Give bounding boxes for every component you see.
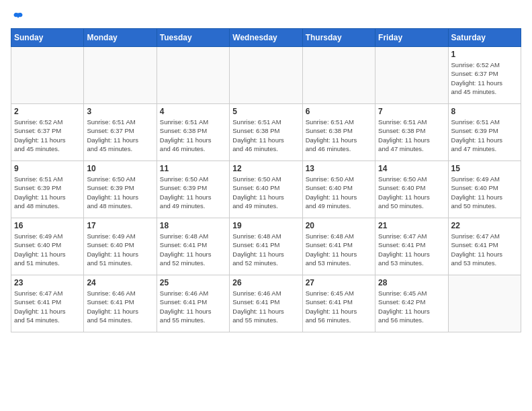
calendar-cell: 12Sunrise: 6:50 AM Sunset: 6:40 PM Dayli… [230, 161, 302, 218]
cell-info: Sunrise: 6:47 AM Sunset: 6:41 PM Dayligh… [14, 289, 81, 324]
column-header-monday: Monday [84, 29, 157, 47]
calendar-cell: 28Sunrise: 6:45 AM Sunset: 6:42 PM Dayli… [375, 275, 448, 332]
day-number: 14 [378, 164, 445, 173]
cell-info: Sunrise: 6:45 AM Sunset: 6:42 PM Dayligh… [378, 289, 445, 324]
day-number: 5 [232, 107, 299, 116]
week-row-5: 23Sunrise: 6:47 AM Sunset: 6:41 PM Dayli… [11, 275, 521, 332]
cell-info: Sunrise: 6:52 AM Sunset: 6:37 PM Dayligh… [14, 118, 81, 153]
cell-info: Sunrise: 6:45 AM Sunset: 6:41 PM Dayligh… [306, 289, 372, 324]
day-number: 16 [14, 221, 81, 230]
calendar-cell: 21Sunrise: 6:47 AM Sunset: 6:41 PM Dayli… [375, 218, 448, 275]
calendar-cell: 22Sunrise: 6:47 AM Sunset: 6:41 PM Dayli… [448, 218, 521, 275]
day-number: 26 [232, 278, 299, 287]
calendar-cell: 3Sunrise: 6:51 AM Sunset: 6:37 PM Daylig… [84, 104, 157, 161]
day-number: 12 [232, 164, 299, 173]
cell-info: Sunrise: 6:50 AM Sunset: 6:40 PM Dayligh… [378, 175, 445, 210]
logo [11, 11, 24, 23]
calendar-cell [375, 47, 448, 104]
calendar-cell: 9Sunrise: 6:51 AM Sunset: 6:39 PM Daylig… [11, 161, 84, 218]
calendar-table: SundayMondayTuesdayWednesdayThursdayFrid… [11, 28, 521, 332]
calendar-cell [302, 47, 375, 104]
day-number: 11 [160, 164, 226, 173]
day-number: 22 [451, 221, 518, 230]
cell-info: Sunrise: 6:51 AM Sunset: 6:39 PM Dayligh… [14, 175, 81, 210]
day-number: 19 [232, 221, 299, 230]
day-number: 2 [14, 107, 81, 116]
day-number: 23 [14, 278, 81, 287]
calendar-cell: 14Sunrise: 6:50 AM Sunset: 6:40 PM Dayli… [375, 161, 448, 218]
column-header-wednesday: Wednesday [230, 29, 302, 47]
page-header [11, 11, 521, 23]
calendar-cell [230, 47, 302, 104]
calendar-cell: 2Sunrise: 6:52 AM Sunset: 6:37 PM Daylig… [11, 104, 84, 161]
day-number: 4 [160, 107, 226, 116]
day-number: 13 [306, 164, 372, 173]
calendar-cell: 18Sunrise: 6:48 AM Sunset: 6:41 PM Dayli… [157, 218, 229, 275]
cell-info: Sunrise: 6:51 AM Sunset: 6:38 PM Dayligh… [232, 118, 299, 153]
logo-bird-icon [12, 11, 24, 23]
cell-info: Sunrise: 6:49 AM Sunset: 6:40 PM Dayligh… [87, 232, 153, 267]
day-number: 18 [160, 221, 226, 230]
cell-info: Sunrise: 6:50 AM Sunset: 6:40 PM Dayligh… [232, 175, 299, 210]
week-row-3: 9Sunrise: 6:51 AM Sunset: 6:39 PM Daylig… [11, 161, 521, 218]
week-row-2: 2Sunrise: 6:52 AM Sunset: 6:37 PM Daylig… [11, 104, 521, 161]
cell-info: Sunrise: 6:51 AM Sunset: 6:37 PM Dayligh… [87, 118, 153, 153]
day-number: 25 [160, 278, 226, 287]
calendar-cell: 19Sunrise: 6:48 AM Sunset: 6:41 PM Dayli… [230, 218, 302, 275]
day-number: 17 [87, 221, 153, 230]
calendar-cell [84, 47, 157, 104]
cell-info: Sunrise: 6:48 AM Sunset: 6:41 PM Dayligh… [232, 232, 299, 267]
cell-info: Sunrise: 6:52 AM Sunset: 6:37 PM Dayligh… [451, 60, 518, 96]
cell-info: Sunrise: 6:48 AM Sunset: 6:41 PM Dayligh… [306, 232, 372, 267]
calendar-cell: 13Sunrise: 6:50 AM Sunset: 6:40 PM Dayli… [302, 161, 375, 218]
cell-info: Sunrise: 6:48 AM Sunset: 6:41 PM Dayligh… [160, 232, 226, 267]
cell-info: Sunrise: 6:51 AM Sunset: 6:38 PM Dayligh… [160, 118, 226, 153]
column-header-tuesday: Tuesday [157, 29, 229, 47]
calendar-cell: 7Sunrise: 6:51 AM Sunset: 6:38 PM Daylig… [375, 104, 448, 161]
day-number: 6 [306, 107, 372, 116]
day-number: 20 [306, 221, 372, 230]
calendar-cell: 15Sunrise: 6:49 AM Sunset: 6:40 PM Dayli… [448, 161, 521, 218]
calendar-cell: 24Sunrise: 6:46 AM Sunset: 6:41 PM Dayli… [84, 275, 157, 332]
column-header-thursday: Thursday [302, 29, 375, 47]
cell-info: Sunrise: 6:50 AM Sunset: 6:39 PM Dayligh… [87, 175, 153, 210]
day-number: 28 [378, 278, 445, 287]
calendar-cell: 1Sunrise: 6:52 AM Sunset: 6:37 PM Daylig… [448, 47, 521, 104]
calendar-cell: 4Sunrise: 6:51 AM Sunset: 6:38 PM Daylig… [157, 104, 229, 161]
calendar-cell: 20Sunrise: 6:48 AM Sunset: 6:41 PM Dayli… [302, 218, 375, 275]
column-header-friday: Friday [375, 29, 448, 47]
cell-info: Sunrise: 6:51 AM Sunset: 6:38 PM Dayligh… [306, 118, 372, 153]
calendar-cell: 8Sunrise: 6:51 AM Sunset: 6:39 PM Daylig… [448, 104, 521, 161]
calendar-cell [157, 47, 229, 104]
cell-info: Sunrise: 6:47 AM Sunset: 6:41 PM Dayligh… [378, 232, 445, 267]
calendar-cell [448, 275, 521, 332]
calendar-cell: 17Sunrise: 6:49 AM Sunset: 6:40 PM Dayli… [84, 218, 157, 275]
cell-info: Sunrise: 6:49 AM Sunset: 6:40 PM Dayligh… [14, 232, 81, 267]
calendar-cell: 5Sunrise: 6:51 AM Sunset: 6:38 PM Daylig… [230, 104, 302, 161]
cell-info: Sunrise: 6:49 AM Sunset: 6:40 PM Dayligh… [451, 175, 518, 210]
calendar-cell: 6Sunrise: 6:51 AM Sunset: 6:38 PM Daylig… [302, 104, 375, 161]
calendar-cell: 11Sunrise: 6:50 AM Sunset: 6:39 PM Dayli… [157, 161, 229, 218]
day-number: 8 [451, 107, 518, 116]
week-row-1: 1Sunrise: 6:52 AM Sunset: 6:37 PM Daylig… [11, 47, 521, 104]
cell-info: Sunrise: 6:50 AM Sunset: 6:40 PM Dayligh… [306, 175, 372, 210]
calendar-cell: 26Sunrise: 6:46 AM Sunset: 6:41 PM Dayli… [230, 275, 302, 332]
day-number: 21 [378, 221, 445, 230]
calendar-cell: 16Sunrise: 6:49 AM Sunset: 6:40 PM Dayli… [11, 218, 84, 275]
day-number: 1 [451, 50, 518, 59]
calendar-cell: 25Sunrise: 6:46 AM Sunset: 6:41 PM Dayli… [157, 275, 229, 332]
calendar-header-row: SundayMondayTuesdayWednesdayThursdayFrid… [11, 29, 521, 47]
column-header-sunday: Sunday [11, 29, 84, 47]
calendar-cell: 27Sunrise: 6:45 AM Sunset: 6:41 PM Dayli… [302, 275, 375, 332]
cell-info: Sunrise: 6:50 AM Sunset: 6:39 PM Dayligh… [160, 175, 226, 210]
column-header-saturday: Saturday [448, 29, 521, 47]
cell-info: Sunrise: 6:46 AM Sunset: 6:41 PM Dayligh… [232, 289, 299, 324]
day-number: 10 [87, 164, 153, 173]
day-number: 24 [87, 278, 153, 287]
cell-info: Sunrise: 6:51 AM Sunset: 6:39 PM Dayligh… [451, 118, 518, 153]
cell-info: Sunrise: 6:46 AM Sunset: 6:41 PM Dayligh… [160, 289, 226, 324]
cell-info: Sunrise: 6:47 AM Sunset: 6:41 PM Dayligh… [451, 232, 518, 267]
day-number: 7 [378, 107, 445, 116]
day-number: 27 [306, 278, 372, 287]
day-number: 9 [14, 164, 81, 173]
